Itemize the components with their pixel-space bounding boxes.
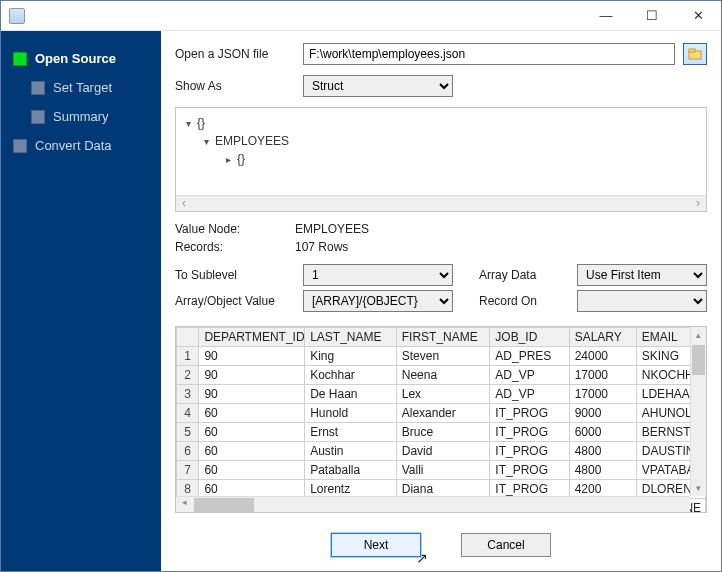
cell[interactable]: 60 <box>199 461 305 480</box>
step-summary[interactable]: Summary <box>31 109 151 124</box>
show-as-select[interactable]: Struct <box>303 75 453 97</box>
step-label: Summary <box>53 109 109 124</box>
cell[interactable]: 17000 <box>569 366 636 385</box>
json-tree[interactable]: ▾{} ▾EMPLOYEES ▸{} ‹› <box>175 107 707 212</box>
value-node-text: EMPLOYEES <box>295 222 369 236</box>
row-number: 7 <box>177 461 199 480</box>
cell[interactable]: Lex <box>396 385 490 404</box>
cell[interactable]: 90 <box>199 385 305 404</box>
table-row[interactable]: 560ErnstBruceIT_PROG6000BERNST <box>177 423 706 442</box>
open-file-label: Open a JSON file <box>175 47 295 61</box>
minimize-button[interactable]: — <box>583 1 629 30</box>
cell[interactable]: 90 <box>199 366 305 385</box>
row-number: 6 <box>177 442 199 461</box>
row-number: 5 <box>177 423 199 442</box>
cell[interactable]: Hunold <box>305 404 397 423</box>
content-panel: Open a JSON file Show As Struct ▾{} ▾EMP… <box>161 31 721 571</box>
table-row[interactable]: 390De HaanLexAD_VP17000LDEHAAN <box>177 385 706 404</box>
row-number: 3 <box>177 385 199 404</box>
array-data-label: Array Data <box>479 268 569 282</box>
table-header-row: DEPARTMENT_ID LAST_NAME FIRST_NAME JOB_I… <box>177 328 706 347</box>
col-salary[interactable]: SALARY <box>569 328 636 347</box>
cell[interactable]: AD_VP <box>490 366 569 385</box>
cell[interactable]: 90 <box>199 347 305 366</box>
cell[interactable]: Ernst <box>305 423 397 442</box>
table-row[interactable]: 660AustinDavidIT_PROG4800DAUSTIN <box>177 442 706 461</box>
step-marker-icon <box>31 81 45 95</box>
show-as-label: Show As <box>175 79 295 93</box>
cell[interactable]: 60 <box>199 423 305 442</box>
next-button[interactable]: Next <box>331 533 421 557</box>
row-number: 4 <box>177 404 199 423</box>
table-row[interactable]: 460HunoldAlexanderIT_PROG9000AHUNOL <box>177 404 706 423</box>
cancel-button[interactable]: Cancel <box>461 533 551 557</box>
cell[interactable]: Pataballa <box>305 461 397 480</box>
array-object-select[interactable]: [ARRAY]/{OBJECT} <box>303 290 453 312</box>
table-row[interactable]: 760PataballaValliIT_PROG4800VPATABAL <box>177 461 706 480</box>
cell[interactable]: Valli <box>396 461 490 480</box>
cell[interactable]: 4800 <box>569 442 636 461</box>
browse-file-button[interactable] <box>683 43 707 65</box>
folder-open-icon <box>688 48 702 60</box>
close-button[interactable]: ✕ <box>675 1 721 30</box>
app-icon <box>9 8 25 24</box>
cell[interactable]: IT_PROG <box>490 461 569 480</box>
tree-horizontal-scrollbar[interactable]: ‹› <box>176 195 706 211</box>
step-label: Convert Data <box>35 138 112 153</box>
tree-node-employees[interactable]: EMPLOYEES <box>215 134 289 148</box>
record-on-select[interactable] <box>577 290 707 312</box>
row-header-blank <box>177 328 199 347</box>
tree-node-child[interactable]: {} <box>237 152 245 166</box>
col-department-id[interactable]: DEPARTMENT_ID <box>199 328 305 347</box>
cell[interactable]: Neena <box>396 366 490 385</box>
file-path-input[interactable] <box>303 43 675 65</box>
cell[interactable]: Steven <box>396 347 490 366</box>
step-marker-icon <box>13 139 27 153</box>
grid-horizontal-scrollbar[interactable]: ◂ <box>176 496 690 512</box>
to-sublevel-select[interactable]: 1 <box>303 264 453 286</box>
step-set-target[interactable]: Set Target <box>31 80 151 95</box>
step-label: Open Source <box>35 51 116 66</box>
cell[interactable]: IT_PROG <box>490 442 569 461</box>
value-node-label: Value Node: <box>175 222 295 236</box>
cell[interactable]: Kochhar <box>305 366 397 385</box>
cell[interactable]: 6000 <box>569 423 636 442</box>
array-data-select[interactable]: Use First Item <box>577 264 707 286</box>
cell[interactable]: IT_PROG <box>490 423 569 442</box>
cell[interactable]: David <box>396 442 490 461</box>
cell[interactable]: Austin <box>305 442 397 461</box>
col-last-name[interactable]: LAST_NAME <box>305 328 397 347</box>
svg-rect-1 <box>689 49 695 52</box>
cell[interactable]: Bruce <box>396 423 490 442</box>
cell[interactable]: 60 <box>199 404 305 423</box>
tree-node-root[interactable]: {} <box>197 116 205 130</box>
data-grid[interactable]: DEPARTMENT_ID LAST_NAME FIRST_NAME JOB_I… <box>175 326 707 513</box>
records-label: Records: <box>175 240 295 254</box>
table-row[interactable]: 190KingStevenAD_PRES24000SKING <box>177 347 706 366</box>
cell[interactable]: 60 <box>199 442 305 461</box>
cell[interactable]: 4800 <box>569 461 636 480</box>
wizard-sidebar: Open Source Set Target Summary Convert D… <box>1 31 161 571</box>
table-row[interactable]: 290KochharNeenaAD_VP17000NKOCHH <box>177 366 706 385</box>
maximize-button[interactable]: ☐ <box>629 1 675 30</box>
cell[interactable]: 17000 <box>569 385 636 404</box>
col-job-id[interactable]: JOB_ID <box>490 328 569 347</box>
cell[interactable]: Alexander <box>396 404 490 423</box>
step-label: Set Target <box>53 80 112 95</box>
row-number: 2 <box>177 366 199 385</box>
cell[interactable]: 24000 <box>569 347 636 366</box>
step-open-source[interactable]: Open Source <box>13 51 151 66</box>
cell[interactable]: King <box>305 347 397 366</box>
grid-vertical-scrollbar[interactable]: ▴▾ <box>690 327 706 496</box>
col-first-name[interactable]: FIRST_NAME <box>396 328 490 347</box>
step-convert-data[interactable]: Convert Data <box>13 138 151 153</box>
step-marker-icon <box>13 52 27 66</box>
app-window: — ☐ ✕ Open Source Set Target Summary Con… <box>0 0 722 572</box>
cell[interactable]: IT_PROG <box>490 404 569 423</box>
cell[interactable]: AD_PRES <box>490 347 569 366</box>
records-text: 107 Rows <box>295 240 348 254</box>
cell[interactable]: De Haan <box>305 385 397 404</box>
cell[interactable]: 9000 <box>569 404 636 423</box>
record-on-label: Record On <box>479 294 569 308</box>
cell[interactable]: AD_VP <box>490 385 569 404</box>
